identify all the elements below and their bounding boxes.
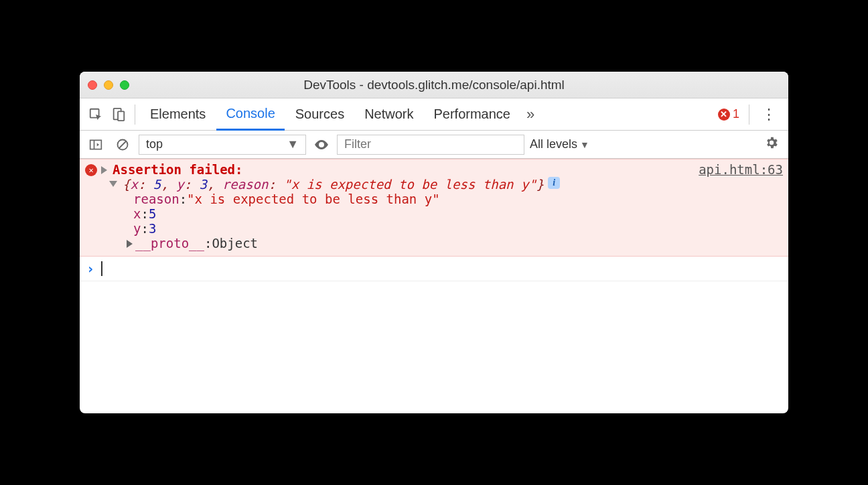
console-output: ✕ Assertion failed: api.html:63 {x: 5, y… bbox=[80, 159, 788, 413]
tab-network[interactable]: Network bbox=[355, 98, 423, 131]
proto-property[interactable]: __proto__: Object bbox=[85, 236, 783, 251]
filter-input[interactable] bbox=[337, 135, 524, 155]
svg-rect-2 bbox=[118, 111, 124, 121]
object-preview[interactable]: {x: 5, y: 3, reason: "x is expected to b… bbox=[123, 177, 544, 192]
error-badge[interactable]: ✕ 1 bbox=[714, 107, 743, 121]
console-sidebar-toggle-icon[interactable] bbox=[85, 134, 106, 155]
execution-context-select[interactable]: top ▼ bbox=[139, 135, 306, 155]
device-toolbar-icon[interactable] bbox=[108, 104, 129, 125]
error-icon: ✕ bbox=[718, 109, 730, 121]
object-property[interactable]: y: 3 bbox=[85, 221, 783, 236]
console-filter-bar: top ▼ All levels ▼ bbox=[80, 131, 788, 159]
inspect-element-icon[interactable] bbox=[85, 104, 106, 125]
titlebar: DevTools - devtools.glitch.me/console/ap… bbox=[80, 72, 788, 98]
assertion-title: Assertion failed: bbox=[113, 162, 242, 177]
source-link[interactable]: api.html:63 bbox=[699, 162, 783, 177]
svg-line-7 bbox=[119, 141, 126, 148]
log-levels-select[interactable]: All levels ▼ bbox=[530, 137, 589, 151]
text-cursor bbox=[101, 261, 102, 276]
tab-sources[interactable]: Sources bbox=[286, 98, 354, 131]
close-window-button[interactable] bbox=[88, 80, 97, 90]
traffic-lights bbox=[88, 80, 129, 90]
toolbar-divider bbox=[135, 105, 135, 125]
dropdown-caret-icon: ▼ bbox=[580, 139, 589, 150]
object-property[interactable]: x: 5 bbox=[85, 206, 783, 221]
levels-label: All levels bbox=[530, 137, 577, 151]
svg-rect-3 bbox=[90, 140, 102, 149]
collapse-icon[interactable] bbox=[109, 181, 117, 187]
minimize-window-button[interactable] bbox=[104, 80, 113, 90]
object-property[interactable]: reason: "x is expected to be less than y… bbox=[85, 192, 783, 206]
more-tabs-button[interactable]: » bbox=[521, 106, 540, 123]
svg-marker-5 bbox=[97, 143, 99, 146]
devtools-window: DevTools - devtools.glitch.me/console/ap… bbox=[80, 72, 788, 413]
settings-menu-button[interactable]: ⋮ bbox=[755, 106, 783, 123]
error-icon: ✕ bbox=[85, 164, 97, 176]
expand-icon[interactable] bbox=[101, 166, 107, 174]
tab-console[interactable]: Console bbox=[216, 98, 284, 131]
context-value: top bbox=[146, 137, 163, 151]
expand-icon[interactable] bbox=[127, 240, 133, 248]
info-icon[interactable]: i bbox=[548, 177, 560, 189]
prompt-caret-icon: › bbox=[86, 261, 94, 277]
console-error-message[interactable]: ✕ Assertion failed: api.html:63 {x: 5, y… bbox=[80, 159, 788, 257]
live-expression-icon[interactable] bbox=[311, 135, 332, 155]
console-prompt[interactable]: › bbox=[80, 257, 788, 281]
window-title: DevTools - devtools.glitch.me/console/ap… bbox=[80, 78, 788, 92]
main-toolbar: Elements Console Sources Network Perform… bbox=[80, 98, 788, 131]
console-settings-icon[interactable] bbox=[760, 135, 783, 154]
tab-performance[interactable]: Performance bbox=[425, 98, 520, 131]
clear-console-icon[interactable] bbox=[112, 134, 133, 155]
maximize-window-button[interactable] bbox=[120, 80, 129, 90]
dropdown-caret-icon: ▼ bbox=[287, 137, 299, 151]
tab-elements[interactable]: Elements bbox=[141, 98, 215, 131]
toolbar-divider bbox=[749, 105, 749, 125]
svg-point-8 bbox=[320, 143, 323, 146]
error-count: 1 bbox=[733, 107, 739, 121]
